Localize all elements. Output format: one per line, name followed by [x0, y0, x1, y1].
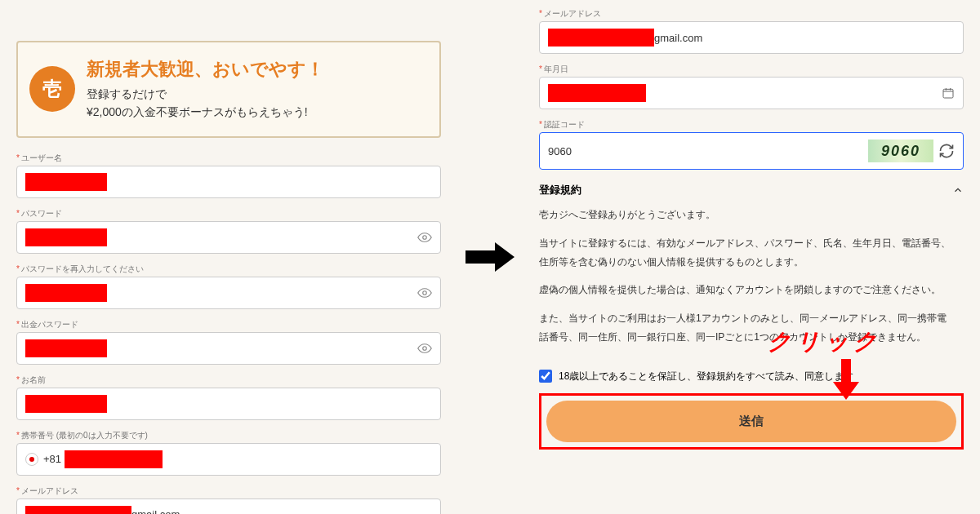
redacted-value [25, 228, 107, 246]
terms-paragraph: また、当サイトのご利用はお一人様1アカウントのみとし、同一メールアドレス、同一携… [539, 309, 952, 347]
redacted-value [25, 395, 107, 413]
agree-label: 18歳以上であることを保証し、登録規約をすべて読み、同意します [559, 370, 853, 383]
email-field-left: *メールアドレス gmail.com [16, 485, 441, 514]
password-confirm-field: *パスワードを再入力してください [16, 264, 441, 309]
username-input[interactable] [16, 166, 441, 198]
email-input[interactable]: gmail.com [539, 21, 964, 54]
email-field-right: *メールアドレス gmail.com [539, 8, 964, 54]
left-form-column: 壱 新規者大歓迎、おいでやす！ 登録するだけで ¥2,000の入金不要ボーナスが… [0, 0, 457, 514]
refresh-icon[interactable] [938, 143, 955, 159]
eye-icon[interactable] [417, 286, 432, 300]
verify-code-field: *認証コード 9060 9060 [539, 119, 964, 170]
verify-code-input[interactable]: 9060 9060 [539, 132, 964, 170]
terms-title: 登録規約 [539, 183, 581, 197]
redacted-value [25, 339, 107, 357]
redacted-value [25, 506, 131, 514]
agree-checkbox[interactable] [539, 370, 552, 383]
terms-text-box[interactable]: 壱カジへご登録ありがとうございます。 当サイトに登録するには、有効なメールアドレ… [539, 206, 964, 357]
terms-header[interactable]: 登録規約 [539, 183, 964, 197]
eye-icon[interactable] [417, 341, 432, 356]
withdraw-password-field: *出金パスワード [16, 319, 441, 365]
birthdate-field-right: *年月日 [539, 64, 964, 109]
svg-point-2 [423, 347, 427, 351]
password-input[interactable] [16, 221, 441, 254]
annotation-arrow-down-icon [833, 359, 859, 400]
birthdate-input[interactable] [539, 77, 964, 109]
captcha-image: 9060 [868, 140, 933, 162]
svg-rect-4 [943, 89, 953, 98]
eye-icon[interactable] [417, 230, 432, 245]
redacted-value [65, 450, 163, 468]
brand-logo: 壱 [29, 66, 75, 112]
chevron-up-icon[interactable] [952, 184, 964, 196]
password-field: *パスワード [16, 208, 441, 254]
arrow-right-icon [466, 242, 514, 272]
japan-flag-icon[interactable] [25, 453, 38, 466]
email-input[interactable]: gmail.com [16, 498, 441, 514]
annotation-click-text: クリック [768, 326, 882, 357]
redacted-value [548, 84, 646, 102]
name-input[interactable] [16, 388, 441, 420]
phone-field: *携帯番号 (最初の0は入力不要です) +81 [16, 430, 441, 476]
terms-paragraph: 当サイトに登録するには、有効なメールアドレス、パスワード、氏名、生年月日、電話番… [539, 234, 952, 272]
agree-row: 18歳以上であることを保証し、登録規約をすべて読み、同意します [539, 370, 964, 383]
name-field: *お名前 [16, 374, 441, 420]
banner-title: 新規者大歓迎、おいでやす！ [87, 57, 324, 82]
redacted-value [548, 29, 654, 47]
submit-highlight-box: 送信 [539, 393, 964, 450]
banner-subtitle: 登録するだけで ¥2,000の入金不要ボーナスがもらえちゃう! [87, 85, 324, 122]
svg-point-0 [423, 236, 427, 240]
redacted-value [25, 284, 107, 302]
withdraw-password-input[interactable] [16, 332, 441, 365]
right-form-column: *メールアドレス gmail.com *年月日 *認証コード 9060 9060… [523, 0, 980, 514]
calendar-icon[interactable] [942, 86, 955, 100]
submit-button[interactable]: 送信 [546, 401, 956, 442]
terms-paragraph: 壱カジへご登録ありがとうございます。 [539, 206, 952, 224]
password-confirm-input[interactable] [16, 277, 441, 309]
svg-point-1 [423, 291, 427, 295]
welcome-banner: 壱 新規者大歓迎、おいでやす！ 登録するだけで ¥2,000の入金不要ボーナスが… [16, 41, 441, 138]
flow-arrow-column [457, 0, 523, 514]
phone-input[interactable]: +81 [16, 443, 441, 476]
username-field: *ユーザー名 [16, 153, 441, 198]
terms-paragraph: 虚偽の個人情報を提供した場合は、通知なくアカウントを閉鎖しますのでご注意ください… [539, 281, 952, 299]
redacted-value [25, 173, 107, 191]
